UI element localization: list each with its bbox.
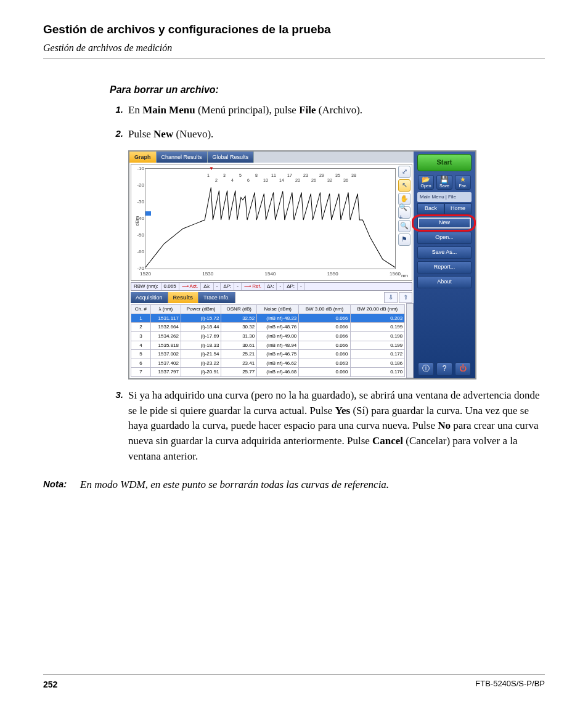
table-cell: (i)-21.54: [181, 350, 221, 359]
step-2: 2. Pulse New (Nuevo).: [110, 127, 545, 142]
bold: New: [153, 128, 173, 140]
tab-graph[interactable]: Graph: [129, 152, 157, 163]
y-tick: -40: [133, 215, 144, 222]
table-cell: 1535.818: [150, 341, 181, 350]
tab-channel-results[interactable]: Channel Results: [157, 152, 208, 163]
table-cell: 0.186: [350, 359, 405, 368]
note-label: Nota:: [43, 477, 80, 493]
page-subtitle: Gestión de archivos de medición: [43, 41, 545, 55]
table-cell: 23.41: [221, 359, 257, 368]
table-header[interactable]: Power (dBm): [181, 305, 221, 314]
table-scrollbar[interactable]: [406, 303, 414, 378]
cursor-icon[interactable]: ↖: [398, 179, 410, 192]
table-header[interactable]: BW 20.00 dB (nm): [350, 305, 405, 314]
table-cell: 0.066: [299, 323, 350, 332]
x-tick: 1530: [198, 270, 217, 278]
table-cell: 1532.664: [150, 323, 181, 332]
table-header[interactable]: OSNR (dB): [221, 305, 257, 314]
scroll-up-button[interactable]: ⇧: [399, 292, 412, 303]
open-button[interactable]: 📂Open: [418, 175, 434, 190]
table-row[interactable]: 31534.262(i)-17.6931.30(InB nf)-49.000.0…: [131, 331, 405, 341]
rbw-label: RBW (nm):: [131, 283, 161, 290]
delta-lambda-label: Δλ:: [201, 283, 214, 290]
tab-global-results[interactable]: Global Results: [208, 152, 255, 163]
magnify-icon[interactable]: 🔍: [398, 220, 410, 232]
back-button[interactable]: Back: [417, 203, 444, 214]
info-button[interactable]: ⓘ: [418, 362, 434, 376]
table-cell: 25.21: [221, 350, 257, 359]
table-header[interactable]: BW 3.00 dB (nm): [299, 305, 350, 314]
bold: Yes: [335, 405, 351, 416]
delta-p-label: ΔP:: [221, 283, 234, 290]
menu-open[interactable]: Open...: [417, 232, 472, 244]
peak-label: 29: [319, 172, 324, 179]
step-number: 1.: [110, 103, 128, 118]
peak-label: 10: [263, 177, 268, 184]
table-row[interactable]: 61537.402(i)-23.2223.41(InB nf)-46.620.0…: [131, 359, 405, 368]
menu-about[interactable]: About: [417, 276, 472, 288]
table-cell: 2: [131, 323, 151, 332]
side-panel: Start 📂Open 💾Save ★Fav. Main Menu | File…: [414, 152, 475, 378]
menu-new[interactable]: New: [417, 217, 472, 229]
delta-lambda2-value: -: [277, 283, 284, 290]
table-cell: (InB nf)-49.00: [257, 331, 299, 341]
active-trace-label: ⟶ Act.: [179, 283, 202, 290]
text: (Archivo).: [316, 104, 363, 116]
zoom-full-icon[interactable]: ⤢: [398, 166, 410, 178]
note-text: En modo WDM, en este punto se borrarán t…: [80, 477, 545, 493]
table-cell: 1537.402: [150, 359, 181, 368]
spectrum-plot[interactable]: dBm ▼ -10-20-30-40-50-60-701520153015401…: [131, 164, 412, 281]
scroll-down-button[interactable]: ⇩: [384, 292, 398, 303]
table-cell: 1537.002: [150, 350, 181, 359]
table-row[interactable]: 51537.002(i)-21.5425.21(InB nf)-46.750.0…: [131, 350, 405, 359]
table-cell: 0.066: [299, 314, 350, 323]
menu-save-as[interactable]: Save As...: [417, 246, 472, 259]
zoom-find-icon[interactable]: 🔍+: [398, 206, 410, 219]
table-cell: (InB nf)-48.76: [257, 323, 299, 332]
results-table[interactable]: Ch. #λ (nm)Power (dBm)OSNR (dB)Noise (dB…: [131, 304, 405, 377]
tab-acquisition[interactable]: Acquisition: [131, 292, 168, 303]
table-cell: 1531.117: [150, 314, 181, 323]
tab-results[interactable]: Results: [168, 292, 199, 303]
table-cell: 0.199: [350, 323, 405, 332]
table-cell: (i)-15.72: [181, 314, 221, 323]
peak-label: 36: [343, 177, 348, 184]
app-screenshot: Graph Channel Results Global Results A B…: [128, 150, 476, 379]
peak-label: 38: [351, 172, 356, 179]
delta-p2-label: ΔP:: [284, 283, 298, 290]
y-tick: -50: [133, 232, 144, 239]
start-button[interactable]: Start: [417, 154, 472, 171]
flag-icon[interactable]: ⚑: [398, 233, 410, 246]
table-cell: 0.172: [350, 350, 405, 359]
power-button[interactable]: ⏻: [455, 362, 471, 376]
table-row[interactable]: 71537.797(i)-20.9125.77(InB nf)-46.680.0…: [131, 368, 405, 377]
table-cell: (i)-17.69: [181, 331, 221, 341]
table-row[interactable]: 41535.818(i)-18.3330.61(InB nf)-48.940.0…: [131, 341, 405, 350]
fav-button[interactable]: ★Fav.: [455, 175, 471, 190]
peak-label: 6: [247, 177, 250, 184]
peak-label: 3: [223, 172, 226, 179]
text: (Nuevo).: [173, 128, 213, 140]
tab-trace-info[interactable]: Trace Info.: [198, 292, 235, 303]
table-header[interactable]: Noise (dBm): [257, 305, 299, 314]
text: (Menú principal), pulse: [195, 104, 300, 116]
table-cell: 0.066: [299, 341, 350, 350]
table-cell: 0.060: [299, 368, 350, 377]
save-button[interactable]: 💾Save: [436, 175, 452, 190]
y-tick: -10: [133, 165, 144, 172]
table-cell: (InB nf)-46.68: [257, 368, 299, 377]
table-header[interactable]: Ch. #: [131, 305, 151, 314]
folder-open-icon: 📂: [422, 176, 430, 183]
table-header[interactable]: λ (nm): [150, 305, 181, 314]
table-row[interactable]: 11531.117(i)-15.7232.52(InB nf)-48.230.0…: [131, 314, 405, 323]
y-tick: -60: [133, 248, 144, 256]
table-row[interactable]: 21532.664(i)-18.4430.32(InB nf)-48.760.0…: [131, 323, 405, 332]
rbw-value: 0.065: [161, 283, 179, 290]
delta-p2-value: -: [298, 283, 305, 290]
table-cell: (InB nf)-46.75: [257, 350, 299, 359]
rule: [43, 59, 545, 59]
home-button[interactable]: Home: [444, 203, 472, 214]
menu-report[interactable]: Report...: [417, 261, 472, 274]
table-cell: 0.066: [299, 331, 350, 341]
help-button[interactable]: ?: [436, 362, 452, 376]
